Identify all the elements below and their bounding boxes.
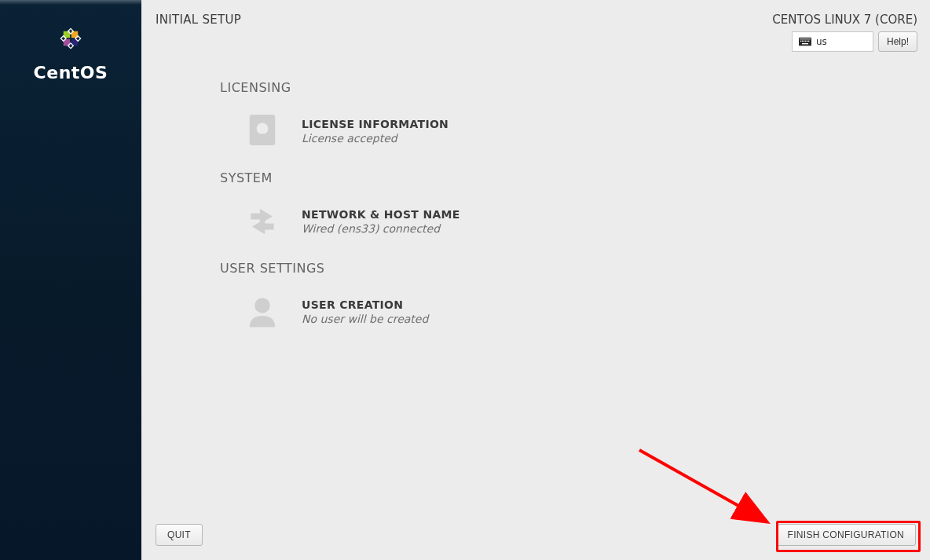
centos-logo-icon — [54, 22, 87, 55]
header-controls: us Help! — [792, 31, 917, 52]
spoke-title: NETWORK & HOST NAME — [302, 208, 460, 221]
spoke-network-hostname[interactable]: NETWORK & HOST NAME Wired (ens33) connec… — [220, 199, 917, 243]
sidebar-top-edge — [0, 0, 141, 5]
spoke-text: NETWORK & HOST NAME Wired (ens33) connec… — [302, 208, 460, 235]
spoke-title: USER CREATION — [302, 298, 428, 311]
footer: QUIT FINISH CONFIGURATION — [141, 510, 930, 560]
logo-block: CentOS — [34, 22, 108, 82]
svg-rect-12 — [800, 41, 801, 42]
svg-rect-13 — [802, 41, 803, 42]
svg-rect-15 — [805, 41, 806, 42]
spoke-status: Wired (ens33) connected — [302, 222, 460, 235]
header-right: CENTOS LINUX 7 (CORE) us Help! — [772, 13, 917, 52]
svg-rect-7 — [803, 38, 804, 39]
svg-rect-11 — [809, 38, 810, 39]
product-name: CentOS — [34, 63, 108, 82]
distro-label: CENTOS LINUX 7 (CORE) — [772, 13, 917, 27]
keyboard-layout-indicator[interactable]: us — [792, 31, 873, 52]
spoke-status: License accepted — [302, 132, 449, 145]
keyboard-icon — [799, 37, 811, 46]
sidebar: CentOS — [0, 0, 141, 560]
help-button[interactable]: Help! — [878, 31, 917, 52]
user-icon — [240, 290, 284, 334]
spoke-user-creation[interactable]: USER CREATION No user will be created — [220, 290, 917, 334]
svg-rect-6 — [801, 38, 802, 39]
finish-configuration-button[interactable]: FINISH CONFIGURATION — [776, 524, 916, 546]
content: LICENSING LICENSE INFORMATION License ac… — [141, 52, 930, 510]
main-panel: INITIAL SETUP CENTOS LINUX 7 (CORE) us H… — [141, 0, 930, 560]
svg-rect-18 — [802, 43, 808, 44]
header: INITIAL SETUP CENTOS LINUX 7 (CORE) us H… — [141, 0, 930, 52]
network-icon — [240, 199, 284, 243]
spoke-text: USER CREATION No user will be created — [302, 298, 428, 325]
spoke-license-information[interactable]: LICENSE INFORMATION License accepted — [220, 109, 917, 153]
license-icon — [240, 109, 284, 153]
section-heading-licensing: LICENSING — [220, 80, 917, 95]
svg-rect-5 — [800, 38, 800, 39]
svg-rect-16 — [807, 41, 807, 42]
svg-rect-10 — [807, 38, 808, 39]
svg-point-20 — [257, 123, 269, 134]
section-heading-system: SYSTEM — [220, 170, 917, 185]
quit-button[interactable]: QUIT — [156, 524, 203, 546]
svg-rect-14 — [804, 41, 804, 42]
section-heading-user: USER SETTINGS — [220, 261, 917, 276]
svg-rect-17 — [808, 41, 809, 42]
svg-rect-9 — [806, 38, 807, 39]
svg-rect-8 — [804, 38, 805, 39]
app-root: CentOS INITIAL SETUP CENTOS LINUX 7 (COR… — [0, 0, 930, 560]
keyboard-layout-label: us — [816, 36, 827, 47]
spoke-text: LICENSE INFORMATION License accepted — [302, 118, 449, 145]
page-title: INITIAL SETUP — [156, 13, 241, 52]
spoke-title: LICENSE INFORMATION — [302, 118, 449, 130]
svg-point-21 — [254, 298, 270, 313]
spoke-status: No user will be created — [302, 313, 428, 325]
